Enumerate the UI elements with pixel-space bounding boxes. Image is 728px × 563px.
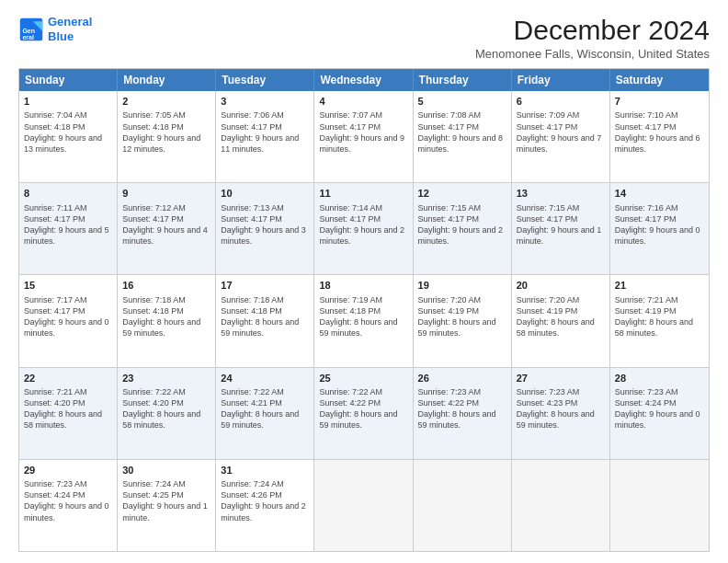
day-info: Sunrise: 7:05 AMSunset: 4:18 PMDaylight:… [122,109,210,155]
day-cell-27: 27Sunrise: 7:23 AMSunset: 4:23 PMDayligh… [512,368,610,459]
empty-cell [414,460,512,551]
day-cell-21: 21Sunrise: 7:21 AMSunset: 4:19 PMDayligh… [610,275,709,366]
main-title: December 2024 [475,15,710,45]
day-number: 10 [221,187,309,201]
day-info: Sunrise: 7:21 AMSunset: 4:20 PMDaylight:… [24,386,112,431]
day-cell-12: 12Sunrise: 7:15 AMSunset: 4:17 PMDayligh… [414,183,512,274]
day-cell-31: 31Sunrise: 7:24 AMSunset: 4:26 PMDayligh… [216,460,314,551]
day-cell-19: 19Sunrise: 7:20 AMSunset: 4:19 PMDayligh… [414,275,512,366]
empty-cell [610,460,709,551]
day-cell-16: 16Sunrise: 7:18 AMSunset: 4:18 PMDayligh… [118,275,216,366]
day-number: 11 [319,187,407,201]
calendar-week-3: 15Sunrise: 7:17 AMSunset: 4:17 PMDayligh… [19,274,709,366]
day-info: Sunrise: 7:13 AMSunset: 4:17 PMDaylight:… [221,202,309,247]
calendar-week-2: 8Sunrise: 7:11 AMSunset: 4:17 PMDaylight… [19,182,709,274]
day-cell-1: 1Sunrise: 7:04 AMSunset: 4:18 PMDaylight… [19,91,118,182]
day-cell-17: 17Sunrise: 7:18 AMSunset: 4:18 PMDayligh… [216,275,314,366]
day-info: Sunrise: 7:18 AMSunset: 4:18 PMDaylight:… [122,294,210,339]
calendar: SundayMondayTuesdayWednesdayThursdayFrid… [18,68,710,552]
day-number: 9 [122,187,210,201]
logo-text-line1: General [48,15,92,29]
day-number: 18 [319,279,407,293]
day-cell-6: 6Sunrise: 7:09 AMSunset: 4:17 PMDaylight… [512,91,610,182]
day-number: 16 [122,279,210,293]
header-day-monday: Monday [118,69,216,91]
day-info: Sunrise: 7:15 AMSunset: 4:17 PMDaylight:… [418,202,506,247]
day-cell-30: 30Sunrise: 7:24 AMSunset: 4:25 PMDayligh… [118,460,216,551]
day-info: Sunrise: 7:23 AMSunset: 4:23 PMDaylight:… [517,386,605,431]
day-info: Sunrise: 7:17 AMSunset: 4:17 PMDaylight:… [24,294,112,339]
day-info: Sunrise: 7:19 AMSunset: 4:18 PMDaylight:… [319,294,407,339]
day-cell-13: 13Sunrise: 7:15 AMSunset: 4:17 PMDayligh… [512,183,610,274]
calendar-page: Gen eral General Blue December 2024 Meno… [0,0,728,563]
day-info: Sunrise: 7:12 AMSunset: 4:17 PMDaylight:… [122,202,210,247]
page-header: Gen eral General Blue December 2024 Meno… [18,15,710,61]
day-cell-8: 8Sunrise: 7:11 AMSunset: 4:17 PMDaylight… [19,183,118,274]
day-cell-10: 10Sunrise: 7:13 AMSunset: 4:17 PMDayligh… [216,183,314,274]
day-cell-23: 23Sunrise: 7:22 AMSunset: 4:20 PMDayligh… [118,368,216,459]
header-day-thursday: Thursday [414,69,512,91]
calendar-week-5: 29Sunrise: 7:23 AMSunset: 4:24 PMDayligh… [19,459,709,551]
day-number: 27 [517,372,605,385]
day-number: 14 [615,187,704,201]
day-number: 25 [319,372,407,385]
day-info: Sunrise: 7:23 AMSunset: 4:24 PMDaylight:… [24,478,112,523]
day-info: Sunrise: 7:23 AMSunset: 4:22 PMDaylight:… [418,386,506,431]
empty-cell [512,460,610,551]
day-cell-20: 20Sunrise: 7:20 AMSunset: 4:19 PMDayligh… [512,275,610,366]
day-cell-9: 9Sunrise: 7:12 AMSunset: 4:17 PMDaylight… [118,183,216,274]
calendar-body: 1Sunrise: 7:04 AMSunset: 4:18 PMDaylight… [19,91,709,551]
day-number: 31 [221,464,309,477]
day-cell-24: 24Sunrise: 7:22 AMSunset: 4:21 PMDayligh… [216,368,314,459]
day-cell-15: 15Sunrise: 7:17 AMSunset: 4:17 PMDayligh… [19,275,118,366]
day-info: Sunrise: 7:24 AMSunset: 4:26 PMDaylight:… [221,478,309,523]
day-info: Sunrise: 7:15 AMSunset: 4:17 PMDaylight:… [517,202,605,247]
day-number: 22 [24,372,112,385]
day-cell-3: 3Sunrise: 7:06 AMSunset: 4:17 PMDaylight… [216,91,314,182]
day-info: Sunrise: 7:09 AMSunset: 4:17 PMDaylight:… [517,109,605,155]
day-info: Sunrise: 7:16 AMSunset: 4:17 PMDaylight:… [615,202,704,247]
svg-text:eral: eral [22,33,34,40]
day-number: 17 [221,279,309,293]
day-info: Sunrise: 7:08 AMSunset: 4:17 PMDaylight:… [418,109,506,155]
day-cell-29: 29Sunrise: 7:23 AMSunset: 4:24 PMDayligh… [19,460,118,551]
day-cell-5: 5Sunrise: 7:08 AMSunset: 4:17 PMDaylight… [414,91,512,182]
day-info: Sunrise: 7:18 AMSunset: 4:18 PMDaylight:… [221,294,309,339]
day-number: 7 [615,95,704,109]
day-info: Sunrise: 7:21 AMSunset: 4:19 PMDaylight:… [615,294,704,339]
day-info: Sunrise: 7:22 AMSunset: 4:20 PMDaylight:… [122,386,210,431]
day-number: 3 [221,95,309,109]
logo: Gen eral General Blue [18,15,92,43]
day-info: Sunrise: 7:24 AMSunset: 4:25 PMDaylight:… [122,478,210,523]
day-info: Sunrise: 7:10 AMSunset: 4:17 PMDaylight:… [615,109,704,155]
calendar-week-4: 22Sunrise: 7:21 AMSunset: 4:20 PMDayligh… [19,367,709,459]
day-number: 15 [24,279,112,293]
day-cell-28: 28Sunrise: 7:23 AMSunset: 4:24 PMDayligh… [610,368,709,459]
empty-cell [314,460,413,551]
day-cell-22: 22Sunrise: 7:21 AMSunset: 4:20 PMDayligh… [19,368,118,459]
day-number: 13 [517,187,605,201]
day-info: Sunrise: 7:23 AMSunset: 4:24 PMDaylight:… [615,386,704,431]
day-number: 28 [615,372,704,385]
day-number: 20 [517,279,605,293]
day-number: 26 [418,372,506,385]
day-info: Sunrise: 7:11 AMSunset: 4:17 PMDaylight:… [24,202,112,247]
day-cell-26: 26Sunrise: 7:23 AMSunset: 4:22 PMDayligh… [414,368,512,459]
day-info: Sunrise: 7:04 AMSunset: 4:18 PMDaylight:… [24,109,112,155]
day-number: 5 [418,95,506,109]
header-day-saturday: Saturday [610,69,709,91]
day-cell-25: 25Sunrise: 7:22 AMSunset: 4:22 PMDayligh… [314,368,413,459]
day-cell-7: 7Sunrise: 7:10 AMSunset: 4:17 PMDaylight… [610,91,709,182]
calendar-week-1: 1Sunrise: 7:04 AMSunset: 4:18 PMDaylight… [19,91,709,182]
day-number: 19 [418,279,506,293]
day-info: Sunrise: 7:22 AMSunset: 4:21 PMDaylight:… [221,386,309,431]
day-number: 24 [221,372,309,385]
day-number: 12 [418,187,506,201]
svg-text:Gen: Gen [22,27,35,33]
day-number: 29 [24,464,112,477]
header-day-wednesday: Wednesday [314,69,413,91]
day-number: 6 [517,95,605,109]
day-info: Sunrise: 7:07 AMSunset: 4:17 PMDaylight:… [319,109,407,155]
subtitle: Menomonee Falls, Wisconsin, United State… [475,47,710,61]
day-info: Sunrise: 7:20 AMSunset: 4:19 PMDaylight:… [418,294,506,339]
